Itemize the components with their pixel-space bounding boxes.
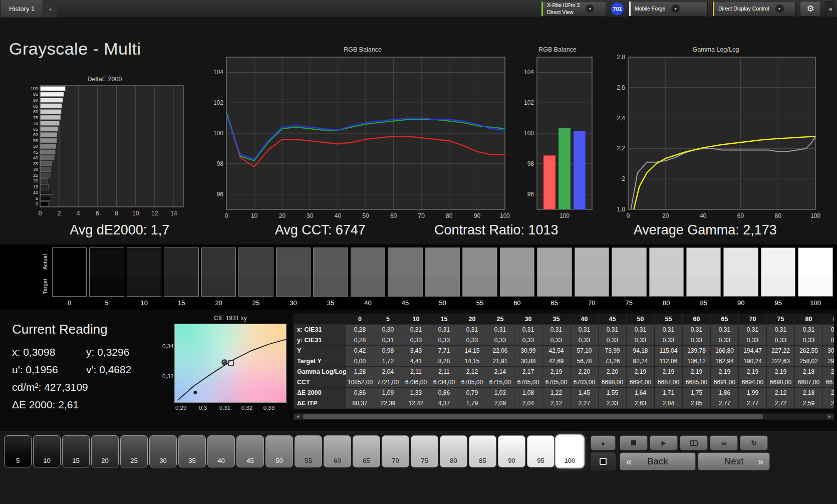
level-button-60[interactable]: 60 xyxy=(324,435,351,467)
scrollbar-track[interactable] xyxy=(302,413,825,420)
level-button-40[interactable]: 40 xyxy=(207,435,235,467)
play-button[interactable]: ▶ xyxy=(650,435,678,450)
level-button-25[interactable]: 25 xyxy=(120,435,148,467)
level-button-15[interactable]: 15 xyxy=(62,435,90,467)
patch-100 xyxy=(798,247,832,297)
table-cell: 2,04 xyxy=(374,367,402,377)
svg-text:90: 90 xyxy=(474,212,481,219)
stop-button[interactable] xyxy=(620,435,648,450)
source-dropdown[interactable]: Mobile Forge ▼ xyxy=(629,1,708,17)
table-cell: 6705,00 xyxy=(514,377,542,388)
svg-text:95: 95 xyxy=(33,92,38,97)
table-cell: 2,14 xyxy=(486,367,514,377)
column-header-70: 70 xyxy=(739,314,767,325)
table-cell: 258,02 xyxy=(795,356,823,367)
display-dropdown[interactable]: Direct Display Control ▼ xyxy=(712,1,795,17)
add-tab-button[interactable]: + xyxy=(43,0,58,18)
svg-text:104: 104 xyxy=(213,69,223,76)
table-cell: 1,22 xyxy=(542,388,571,398)
level-button-95[interactable]: 95 xyxy=(527,435,554,467)
pattern-window-button[interactable] xyxy=(591,452,616,470)
tab-history-1[interactable]: History 1 xyxy=(1,0,43,18)
level-button-90[interactable]: 90 xyxy=(498,435,525,467)
level-button-50[interactable]: 50 xyxy=(265,435,293,467)
meter-dropdown[interactable]: X-Rite i1Pro 3 Direct View ▼ xyxy=(541,1,606,17)
table-cell: 262,55 xyxy=(795,346,823,356)
level-button-45[interactable]: 45 xyxy=(236,435,264,467)
cie-chart-canvas xyxy=(174,324,287,403)
actual-half xyxy=(164,248,198,277)
deltae-bar-35 xyxy=(41,161,52,166)
grayscale-swatch-strip: Actual Target 05101520253035404550556065… xyxy=(0,244,837,310)
scrollbar-thumb[interactable] xyxy=(303,414,763,419)
patch-label: 0 xyxy=(52,297,87,309)
gamma-chart: Gamma Log/Log 1,822,22,42,62,80204060801… xyxy=(608,46,823,224)
svg-text:10: 10 xyxy=(132,210,139,217)
table-cell: 56,78 xyxy=(571,356,599,367)
target-half xyxy=(314,277,347,296)
level-button-30[interactable]: 30 xyxy=(149,435,177,467)
table-horizontal-scrollbar[interactable]: ◄ ► xyxy=(294,413,834,420)
single-measure-button[interactable] xyxy=(680,435,708,450)
patch-label: 30 xyxy=(276,297,311,309)
level-button-label: 75 xyxy=(421,457,428,464)
target-half xyxy=(90,277,123,296)
cie-xtick-0,33: 0,33 xyxy=(261,405,276,411)
level-button-75[interactable]: 75 xyxy=(411,435,438,467)
patch-label: 20 xyxy=(201,297,236,309)
table-cell: 6690,00 xyxy=(767,377,795,388)
level-button-20[interactable]: 20 xyxy=(91,435,119,467)
target-half xyxy=(463,277,496,296)
level-button-80[interactable]: 80 xyxy=(440,435,467,467)
table-cell: 3,43 xyxy=(402,346,430,356)
svg-text:100: 100 xyxy=(500,212,510,219)
svg-text:2,6: 2,6 xyxy=(617,84,625,91)
level-button-100[interactable]: 100 xyxy=(556,435,584,467)
patch-60 xyxy=(500,247,534,297)
actual-half xyxy=(463,248,496,277)
scroll-right-arrow[interactable]: ► xyxy=(825,413,834,420)
gamma-chart-canvas: 1,822,22,42,62,8020406080100 xyxy=(608,54,823,224)
deltae-bar-15 xyxy=(41,184,49,189)
row-label: CCT xyxy=(294,377,346,388)
svg-text:80: 80 xyxy=(446,212,453,219)
svg-text:35: 35 xyxy=(33,161,38,166)
continuous-measure-button[interactable]: ∞ xyxy=(710,435,738,450)
table-cell: 2,19 xyxy=(655,367,683,377)
table-cell: 57,10 xyxy=(571,346,599,356)
settings-button[interactable]: ⚙ xyxy=(800,1,821,17)
chevron-down-icon[interactable]: ▼ xyxy=(586,5,594,13)
level-button-5[interactable]: 5 xyxy=(4,435,32,467)
back-button[interactable]: « Back xyxy=(620,452,696,470)
level-button-55[interactable]: 55 xyxy=(295,435,322,467)
target-half xyxy=(53,277,86,296)
table-cell: 6694,00 xyxy=(627,377,655,388)
next-button[interactable]: Next » xyxy=(698,452,770,470)
target-half xyxy=(575,277,609,296)
table-cell: 1,45 xyxy=(571,388,599,398)
reading-line: x: 0,3098y: 0,3296 xyxy=(12,346,162,358)
loop-button[interactable]: ↻ xyxy=(740,435,768,450)
gray-patch-55: 55 xyxy=(462,247,497,310)
row-label: y: CIE31 xyxy=(294,335,346,346)
scroll-left-arrow[interactable]: ◄ xyxy=(294,413,302,420)
chevron-down-icon[interactable]: ▼ xyxy=(671,5,680,13)
next-chevron-icon: » xyxy=(758,456,763,467)
meter-count-badge[interactable]: 701 xyxy=(611,2,624,16)
target-half xyxy=(239,277,272,296)
deltae-bar-95 xyxy=(41,92,64,97)
chevron-down-icon[interactable]: ▼ xyxy=(775,5,784,13)
level-button-85[interactable]: 85 xyxy=(469,435,496,467)
table-cell: 0,33 xyxy=(514,335,542,346)
table-cell: 0,33 xyxy=(823,335,834,346)
table-cell: 2,19 xyxy=(767,367,795,377)
collapse-panel-button[interactable]: ◀ xyxy=(825,1,834,17)
level-button-10[interactable]: 10 xyxy=(33,435,61,467)
level-button-35[interactable]: 35 xyxy=(178,435,206,467)
pattern-up-button[interactable]: ▲ xyxy=(591,435,616,450)
current-reading-title: Current Reading xyxy=(12,322,162,337)
table-cell: 2,19 xyxy=(711,367,739,377)
level-button-65[interactable]: 65 xyxy=(353,435,380,467)
level-button-70[interactable]: 70 xyxy=(382,435,409,467)
svg-text:100: 100 xyxy=(560,212,570,219)
